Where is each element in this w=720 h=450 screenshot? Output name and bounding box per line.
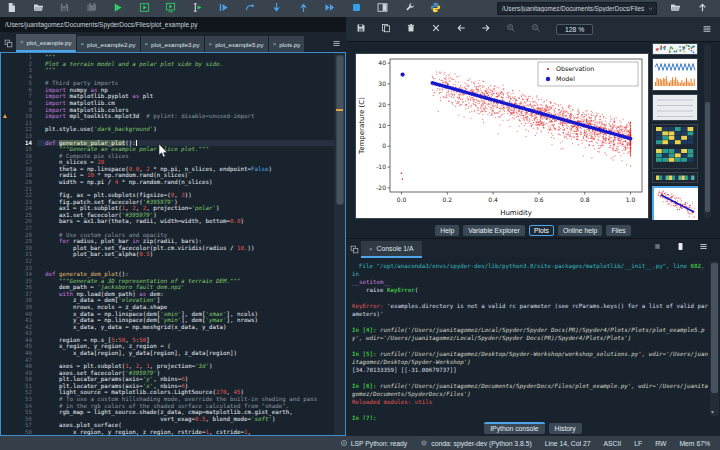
console-scrollbar[interactable]: ▾ xyxy=(710,261,719,416)
save-file-button[interactable] xyxy=(59,2,72,15)
line-number: 40 xyxy=(1,311,37,318)
run-cell-advance-button[interactable] xyxy=(165,2,178,15)
close-icon[interactable]: × xyxy=(145,41,149,47)
code-editor[interactable]: 1234567891011121314151617181920212223242… xyxy=(0,52,346,436)
code-line: with np.load(dem_path) as dem: xyxy=(37,291,334,298)
svg-text:Temperature (C): Temperature (C) xyxy=(358,97,366,155)
zoom-in-button[interactable] xyxy=(506,23,519,36)
line-number: 5 xyxy=(1,80,37,87)
right-pane-tabs: HelpVariable ExplorerPlotsOnline helpFil… xyxy=(346,222,720,238)
editor-code-area[interactable]: """Plot a terrain model and a polar plot… xyxy=(37,53,334,435)
pane-tab-variable-explorer[interactable]: Variable Explorer xyxy=(463,225,525,236)
previous-plot-button[interactable] xyxy=(456,23,469,36)
zoom-out-icon xyxy=(531,23,544,36)
svg-text:-20: -20 xyxy=(376,184,386,191)
line-number: 20 xyxy=(1,179,37,186)
inspect-object-button[interactable] xyxy=(676,242,689,255)
editor-tab-plot_example.py[interactable]: ×plot_example.py xyxy=(16,34,76,52)
pane-tab-online-help[interactable]: Online help xyxy=(558,225,602,236)
working-directory-value: /Users/juanitagomez/Documents/SpyderDocs… xyxy=(502,5,647,12)
open-file-button[interactable] xyxy=(33,2,46,15)
close-icon[interactable]: × xyxy=(369,246,373,252)
code-line: fig, ax = plt.subplots(figsize=(8, 3)) xyxy=(37,192,334,199)
plot-thumbnail-faint-lines[interactable] xyxy=(652,94,698,121)
plot-thumbnail-colorbar[interactable] xyxy=(652,172,698,183)
scroll-down-icon[interactable]: ▾ xyxy=(711,410,714,415)
pane-tab-plots[interactable]: Plots xyxy=(529,225,554,236)
working-directory-combobox[interactable]: /Users/juanitagomez/Documents/SpyderDocs… xyxy=(497,2,657,15)
options-menu-button[interactable] xyxy=(699,242,712,255)
pane-tab-files[interactable]: Files xyxy=(606,225,630,236)
line-number: 35 xyxy=(1,278,37,285)
thumbnails-scrollbar[interactable] xyxy=(704,44,711,218)
code-line: x_data[region], y_data[region], z_data[r… xyxy=(37,350,334,357)
debug-step-return-button[interactable] xyxy=(298,2,311,15)
editor-tab-plot_example2.py[interactable]: ×plot_example2.py xyxy=(77,36,140,52)
run-cell-button[interactable] xyxy=(139,2,152,15)
new-file-button[interactable] xyxy=(6,2,19,15)
python-path-manager-icon xyxy=(430,2,443,15)
editor-tab-plot_example5.py[interactable]: ×plot_example5.py xyxy=(205,36,268,52)
console-bottom-tab-history[interactable]: History xyxy=(549,423,582,434)
status-label: Line 14, Col 27 xyxy=(545,440,591,447)
svg-text:0.6: 0.6 xyxy=(534,196,544,203)
editor-tab-plot_example3.py[interactable]: ×plot_example3.py xyxy=(141,36,204,52)
tab-options-icon[interactable] xyxy=(330,36,343,51)
stop-debug-icon xyxy=(351,2,364,15)
plot-thumbnail-heatmaps[interactable] xyxy=(652,124,698,169)
save-plot-icon xyxy=(356,23,369,36)
save-plot-button[interactable] xyxy=(356,23,369,36)
editor-scrollbar[interactable] xyxy=(334,53,345,435)
status-label: conda: spyder-dev (Python 3.8.5) xyxy=(431,440,532,447)
maximize-pane-button[interactable] xyxy=(377,2,390,15)
console-line xyxy=(352,294,708,302)
svg-text:0.0: 0.0 xyxy=(397,196,407,203)
code-line: plt.style.use('dark_background') xyxy=(37,126,334,133)
debug-step-into-button[interactable] xyxy=(271,2,284,15)
close-icon[interactable]: × xyxy=(273,41,277,47)
next-plot-button[interactable] xyxy=(481,23,494,36)
pane-tab-help[interactable]: Help xyxy=(435,225,459,236)
close-icon[interactable]: × xyxy=(81,41,85,47)
python-path-manager-button[interactable] xyxy=(430,2,443,15)
plot-thumbnail-scatter-regression[interactable] xyxy=(652,186,698,220)
line-number: 21 xyxy=(1,186,37,193)
save-all-button[interactable] xyxy=(86,2,99,15)
close-icon[interactable]: × xyxy=(209,41,213,47)
browse-tabs-icon[interactable] xyxy=(2,36,15,51)
status-mem-67%: Mem 67% xyxy=(679,440,710,447)
close-icon[interactable]: × xyxy=(20,39,24,45)
preferences-button[interactable] xyxy=(404,2,417,15)
code-line: def generate_polar_plot(): xyxy=(37,140,334,147)
debug-continue-button[interactable] xyxy=(324,2,337,15)
line-number: 16 xyxy=(1,153,37,160)
plots-zoom-level[interactable]: 128 % xyxy=(556,24,593,35)
go-to-parent-directory-button[interactable] xyxy=(697,2,710,15)
run-file-button[interactable] xyxy=(112,2,125,15)
debug-file-button[interactable] xyxy=(218,2,231,15)
stop-debug-button[interactable] xyxy=(351,2,364,15)
remove-plot-button[interactable] xyxy=(406,23,419,36)
browse-working-directory-button[interactable] xyxy=(670,2,683,15)
plot-thumbnail-waves[interactable] xyxy=(652,58,698,91)
status-label: RW xyxy=(655,440,666,447)
remove-all-plots-button[interactable] xyxy=(431,23,444,36)
console-bottom-tab-ipython-console[interactable]: IPython console xyxy=(484,422,544,434)
plot-thumbnail-list xyxy=(652,43,700,222)
next-plot-icon xyxy=(481,23,494,36)
copy-plot-button[interactable] xyxy=(381,23,394,36)
code-line: axes.plot_surface( xyxy=(37,422,334,429)
editor-tab-plots.py[interactable]: ×plots.py xyxy=(269,36,305,52)
zoom-out-button[interactable] xyxy=(531,23,544,36)
browse-tabs-icon[interactable] xyxy=(348,242,361,257)
plot-thumbnail-scatter-categories[interactable] xyxy=(652,43,698,55)
run-selection-button[interactable] xyxy=(192,2,205,15)
console-tab[interactable]: × Console 1/A xyxy=(361,241,422,258)
plots-options-menu-button[interactable] xyxy=(700,23,713,36)
interrupt-kernel-button[interactable] xyxy=(653,242,666,255)
debug-step-over-button[interactable] xyxy=(245,2,258,15)
code-line: """ xyxy=(37,67,334,74)
code-line: y_data = np.linspace(dem['ymin'], dem['y… xyxy=(37,317,334,324)
scrollbar-thumb[interactable] xyxy=(336,55,344,205)
console-output[interactable]: File "/opt/anaconda3/envs/spyder-dev/lib… xyxy=(346,258,708,420)
